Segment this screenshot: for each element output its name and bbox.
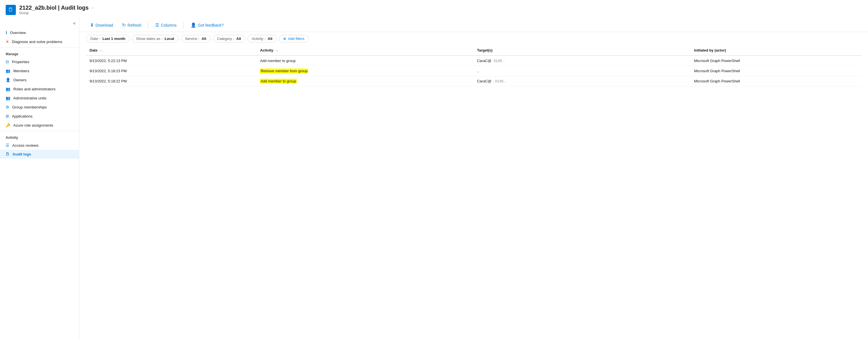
key-icon: 🔑 [6,123,10,127]
sidebar-item-azure-roles[interactable]: 🔑 Azure role assignments [0,121,79,130]
roles-icon: 👥 [6,87,10,91]
add-filters-button[interactable]: ⊕ Add filters [279,35,309,42]
add-filter-icon: ⊕ [283,36,286,41]
highlighted-activity: Add member to group [260,79,297,84]
col-header-date[interactable]: Date ↑↓ [86,45,256,56]
sidebar-item-diagnose[interactable]: ✕ Diagnose and solve problems [0,37,79,46]
page-header: 🗒 2122_a2b.biol | Audit logs ··· Group [0,0,868,17]
filters-bar: Date : Last 1 month Show dates as : Loca… [79,32,868,45]
applications-icon: ⊞ [6,114,9,118]
date-filter[interactable]: Date : Last 1 month [86,35,130,42]
table-header: Date ↑↓ Activity ↑↓ Target(s) Initiated … [86,45,861,56]
columns-button[interactable]: ☰ Columns [151,21,180,29]
table-row[interactable]: 9/13/2022, 5:18:22 PM Add member to grou… [86,76,861,86]
content-area: ⬇ Download ↻ Refresh ☰ Columns 👤 Got fee… [79,17,868,339]
activity-filter-label: Activity [252,36,264,41]
sidebar-item-label: Administrative units [13,96,46,100]
sidebar-item-label: Overview [10,31,26,35]
sidebar-item-group-memberships[interactable]: ⚙ Group memberships [0,102,79,112]
cell-activity: Add member to group [256,56,473,66]
feedback-icon: 👤 [191,22,196,28]
show-dates-value: Local [164,36,174,41]
show-dates-filter[interactable]: Show dates as : Local [132,35,178,42]
target-value: CaraC@ [477,59,491,63]
table-row[interactable]: 9/13/2022, 5:22:13 PM Add member to grou… [86,56,861,66]
sidebar-item-label: Roles and administrators [13,87,56,91]
show-dates-label: Show dates as [136,36,160,41]
col-header-targets: Target(s) [473,45,690,56]
collapse-icon[interactable]: « [73,21,75,26]
download-button[interactable]: ⬇ Download [86,21,117,29]
date-sort-icon[interactable]: ↑↓ [100,49,103,52]
sidebar-divider [0,47,79,48]
activity-sort-icon[interactable]: ↑↓ [276,49,279,52]
target-extra: 0149... [494,59,505,63]
target-extra: , 0149... [493,79,506,83]
targets-header-label: Target(s) [477,48,493,52]
cell-targets: CaraC@ , 0149... [473,76,690,86]
group-memberships-icon: ⚙ [6,105,9,109]
highlighted-activity: Remove member from group [260,68,308,73]
sidebar-item-label: Owners [13,78,27,82]
activity-filter[interactable]: Activity : All [248,35,277,42]
activity-section-label: Activity [0,132,79,141]
add-filters-label: Add filters [288,36,304,41]
sidebar-item-access-reviews[interactable]: ☰ Access reviews [0,141,79,150]
initiated-header-label: Initiated by (actor) [694,48,726,52]
cell-initiated: Microsoft Graph PowerShell [691,76,861,86]
members-icon: 👥 [6,68,10,73]
sidebar-collapse[interactable]: « [0,20,79,28]
sidebar-item-owners[interactable]: 👤 Owners [0,75,79,84]
title-text: 2122_a2b.biol | Audit logs [19,4,89,11]
refresh-button[interactable]: ↻ Refresh [118,21,145,29]
table-row[interactable]: 9/13/2022, 5:18:23 PM Remove member from… [86,66,861,76]
cell-targets: CaraC@ 0149... [473,56,690,66]
category-filter-value: All [236,36,241,41]
cell-date: 9/13/2022, 5:18:22 PM [86,76,256,86]
cell-targets: .. [473,66,690,76]
owners-icon: 👤 [6,78,10,82]
admin-units-icon: 👥 [6,96,10,100]
columns-label: Columns [161,23,177,28]
manage-section-label: Manage [0,49,79,57]
refresh-label: Refresh [127,23,141,28]
x-icon: ✕ [6,39,9,44]
feedback-button[interactable]: 👤 Got feedback? [187,21,228,29]
category-filter-label: Category [217,36,232,41]
service-filter[interactable]: Service : All [181,35,210,42]
sidebar-item-label: Audit logs [12,152,31,156]
service-filter-value: All [202,36,207,41]
audit-table: Date ↑↓ Activity ↑↓ Target(s) Initiated … [86,45,861,86]
sidebar-item-properties[interactable]: ⊟ Properties [0,57,79,66]
download-label: Download [95,23,113,28]
category-filter[interactable]: Category : All [213,35,245,42]
cell-activity: Add member to group [256,76,473,86]
cell-date: 9/13/2022, 5:18:23 PM [86,66,256,76]
page-title: 2122_a2b.biol | Audit logs ··· [19,4,95,11]
header-icon: 🗒 [6,5,16,15]
columns-icon: ☰ [155,22,159,28]
target-value: CaraC@ [477,79,491,83]
sidebar: « ℹ Overview ✕ Diagnose and solve proble… [0,17,79,339]
toolbar: ⬇ Download ↻ Refresh ☰ Columns 👤 Got fee… [79,17,868,32]
cell-initiated: Microsoft Graph PowerShell [691,56,861,66]
sidebar-item-members[interactable]: 👥 Members [0,66,79,75]
sidebar-item-label: Access reviews [12,143,38,148]
refresh-icon: ↻ [122,22,126,28]
target-value: .. [477,69,479,73]
date-header-label: Date [90,48,97,52]
sidebar-item-admin-units[interactable]: 👥 Administrative units [0,93,79,102]
date-filter-label: Date [90,36,98,41]
sidebar-item-roles[interactable]: 👥 Roles and administrators [0,84,79,93]
feedback-label: Got feedback? [198,23,224,28]
page-subtitle: Group [19,11,95,15]
sidebar-item-applications[interactable]: ⊞ Applications [0,112,79,121]
sidebar-item-audit-logs[interactable]: 🗒 Audit logs [0,150,79,159]
table-body: 9/13/2022, 5:22:13 PM Add member to grou… [86,56,861,86]
sidebar-item-label: Group memberships [12,105,47,109]
sidebar-item-label: Applications [12,114,33,118]
col-header-activity[interactable]: Activity ↑↓ [256,45,473,56]
service-filter-label: Service [185,36,197,41]
header-ellipsis[interactable]: ··· [91,5,95,10]
sidebar-item-overview[interactable]: ℹ Overview [0,28,79,37]
